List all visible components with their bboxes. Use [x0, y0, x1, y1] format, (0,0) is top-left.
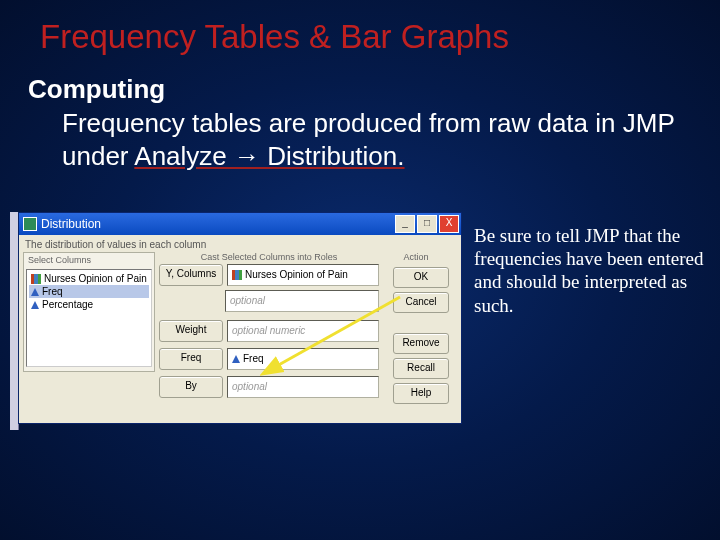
- select-columns-label: Select Columns: [24, 253, 154, 267]
- column-label: Freq: [42, 286, 63, 297]
- field-placeholder: optional: [232, 378, 267, 396]
- nominal-icon: [232, 270, 242, 280]
- column-item-3[interactable]: Percentage: [29, 298, 149, 311]
- minimize-button[interactable]: _: [395, 215, 415, 233]
- column-label: Nurses Opinion of Pain: [44, 273, 147, 284]
- app-icon: [23, 217, 37, 231]
- field-placeholder: optional numeric: [232, 322, 305, 340]
- distribution-dialog: Distribution _ □ X The distribution of v…: [18, 212, 462, 424]
- remove-button[interactable]: Remove: [393, 333, 449, 354]
- column-item-1[interactable]: Nurses Opinion of Pain: [29, 272, 149, 285]
- ycolumns-button[interactable]: Y, Columns: [159, 264, 223, 286]
- action-panel: Action OK Cancel Remove Recall Help: [383, 252, 449, 412]
- dialog-titlebar: Distribution _ □ X: [19, 213, 461, 235]
- ycolumns-field[interactable]: Nurses Opinion of Pain: [227, 264, 379, 286]
- roles-panel: Cast Selected Columns into Roles Y, Colu…: [159, 252, 379, 412]
- weight-button[interactable]: Weight: [159, 320, 223, 342]
- slide-subtitle: Computing: [28, 74, 690, 105]
- dialog-subtitle: The distribution of values in each colum…: [19, 235, 461, 252]
- jmp-dialog-screenshot: Distribution _ □ X The distribution of v…: [10, 212, 462, 430]
- action-label: Action: [383, 252, 449, 262]
- continuous-icon: [31, 288, 39, 296]
- help-button[interactable]: Help: [393, 383, 449, 404]
- maximize-button[interactable]: □: [417, 215, 437, 233]
- continuous-icon: [31, 301, 39, 309]
- field-value: Freq: [243, 350, 264, 368]
- columns-list[interactable]: Nurses Opinion of Pain Freq Percentage: [26, 269, 152, 367]
- column-label: Percentage: [42, 299, 93, 310]
- freq-field[interactable]: Freq: [227, 348, 379, 370]
- field-value: Nurses Opinion of Pain: [245, 266, 348, 284]
- slide-title: Frequency Tables & Bar Graphs: [40, 18, 690, 56]
- side-note: Be sure to tell JMP that the frequencies…: [474, 224, 706, 317]
- ycolumns-extra-field[interactable]: optional: [225, 290, 379, 312]
- freq-button[interactable]: Freq: [159, 348, 223, 370]
- menu-path: Analyze → Distribution.: [134, 141, 404, 171]
- ok-button[interactable]: OK: [393, 267, 449, 288]
- continuous-icon: [232, 355, 240, 363]
- select-columns-panel: Select Columns Nurses Opinion of Pain Fr…: [23, 252, 155, 372]
- dialog-title-text: Distribution: [41, 217, 101, 231]
- by-field[interactable]: optional: [227, 376, 379, 398]
- recall-button[interactable]: Recall: [393, 358, 449, 379]
- field-placeholder: optional: [230, 292, 265, 310]
- slide-body: Frequency tables are produced from raw d…: [62, 107, 690, 172]
- by-button[interactable]: By: [159, 376, 223, 398]
- close-button[interactable]: X: [439, 215, 459, 233]
- cast-label: Cast Selected Columns into Roles: [159, 252, 379, 264]
- nominal-icon: [31, 274, 41, 284]
- cancel-button[interactable]: Cancel: [393, 292, 449, 313]
- column-item-2[interactable]: Freq: [29, 285, 149, 298]
- weight-field[interactable]: optional numeric: [227, 320, 379, 342]
